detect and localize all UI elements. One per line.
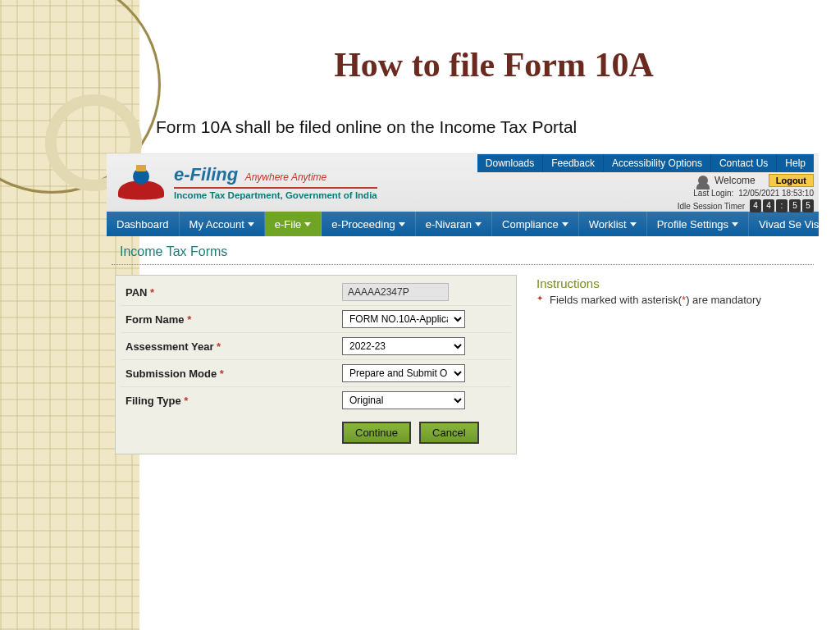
page-title: How to file Form 10A (0, 0, 840, 84)
idle-digit: 4 (763, 199, 774, 212)
welcome-label: Welcome (714, 175, 756, 186)
idle-sep: : (776, 199, 788, 212)
nav-item-label: e-Nivaran (426, 218, 472, 231)
pan-label: PAN * (121, 286, 342, 299)
idle-timer: 4 4 : 5 5 (750, 199, 814, 212)
instructions-panel: Instructions Fields marked with asterisk… (536, 275, 810, 454)
chevron-down-icon (399, 222, 405, 226)
brand-tagline: Anywhere Anytime (245, 171, 327, 183)
filing-type-label: Filing Type * (121, 395, 342, 407)
assessment-year-label: Assessment Year * (121, 340, 342, 353)
submission-mode-select[interactable]: Prepare and Submit Online (342, 364, 465, 382)
chevron-down-icon (630, 222, 637, 226)
portal-screenshot: e-Filing Anywhere Anytime Income Tax Dep… (107, 153, 819, 454)
nav-item-dashboard[interactable]: Dashboard (107, 212, 180, 236)
nav-item-label: Profile Settings (657, 218, 728, 231)
nav-item-label: e-Proceeding (331, 218, 395, 231)
top-tab-accessibility[interactable]: Accessibility Options (604, 154, 711, 172)
top-tab-contact[interactable]: Contact Us (711, 154, 777, 172)
portal-header: e-Filing Anywhere Anytime Income Tax Dep… (107, 154, 819, 212)
idle-digit: 4 (750, 199, 761, 212)
nav-item-compliance[interactable]: Compliance (492, 212, 579, 236)
idle-timer-label: Idle Session Timer (678, 202, 745, 211)
user-icon (698, 176, 708, 185)
chevron-down-icon (475, 222, 482, 226)
page-subtitle: Form 10A shall be filed online on the In… (0, 84, 840, 148)
continue-button[interactable]: Continue (342, 422, 411, 444)
nav-item-profile-settings[interactable]: Profile Settings (647, 212, 749, 236)
nav-item-worklist[interactable]: Worklist (579, 212, 647, 236)
svg-rect-1 (136, 165, 146, 171)
idle-digit: 5 (789, 199, 801, 212)
last-login-label: Last Login: (693, 189, 733, 198)
nav-item-vivad-se-vishwas[interactable]: Vivad Se Vishwas (749, 212, 840, 236)
submission-mode-label: Submission Mode * (121, 368, 342, 380)
emblem-icon (115, 160, 167, 204)
nav-item-my-account[interactable]: My Account (180, 212, 265, 236)
last-login-value: 12/05/2021 18:53:10 (738, 189, 814, 198)
cancel-button[interactable]: Cancel (419, 422, 478, 444)
nav-item-label: Worklist (589, 218, 627, 231)
nav-item-label: Dashboard (116, 218, 169, 231)
assessment-year-select[interactable]: 2022-23 (342, 337, 465, 355)
nav-item-e-file[interactable]: e-File (265, 212, 322, 236)
logo-block: e-Filing Anywhere Anytime Income Tax Dep… (112, 157, 377, 209)
section-title: Income Tax Forms (112, 236, 814, 265)
nav-item-e-nivaran[interactable]: e-Nivaran (416, 212, 492, 236)
slide: How to file Form 10A Form 10A shall be f… (0, 0, 840, 630)
pan-field (342, 283, 449, 301)
brand-efiling: e-Filing (174, 164, 238, 185)
main-nav: DashboardMy Accounte-Filee-Proceedinge-N… (107, 212, 819, 236)
top-tabs: Downloads Feedback Accessibility Options… (477, 154, 814, 172)
top-tab-downloads[interactable]: Downloads (477, 154, 543, 172)
nav-item-label: Vivad Se Vishwas (759, 218, 840, 231)
nav-item-label: e-File (275, 218, 302, 231)
brand-text: e-Filing Anywhere Anytime Income Tax Dep… (174, 164, 377, 200)
instructions-heading: Instructions (536, 276, 804, 290)
form-name-select[interactable]: FORM NO.10A-Application (342, 310, 465, 328)
instruction-item: Fields marked with asterisk(*) are manda… (536, 294, 804, 306)
chevron-down-icon (304, 222, 311, 226)
form-box: PAN * Form Name * FORM NO.10A-Applicatio… (115, 275, 517, 454)
brand-department: Income Tax Department, Government of Ind… (174, 187, 377, 200)
top-tab-help[interactable]: Help (777, 154, 814, 172)
nav-item-label: Compliance (502, 218, 559, 231)
top-tab-feedback[interactable]: Feedback (543, 154, 604, 172)
idle-digit: 5 (802, 199, 814, 212)
chevron-down-icon (562, 222, 568, 226)
nav-item-e-proceeding[interactable]: e-Proceeding (322, 212, 415, 236)
nav-item-label: My Account (189, 218, 244, 231)
chevron-down-icon (248, 222, 254, 226)
form-name-label: Form Name * (121, 313, 342, 326)
filing-type-select[interactable]: Original (342, 391, 465, 409)
logout-button[interactable]: Logout (769, 174, 814, 187)
chevron-down-icon (732, 222, 738, 226)
